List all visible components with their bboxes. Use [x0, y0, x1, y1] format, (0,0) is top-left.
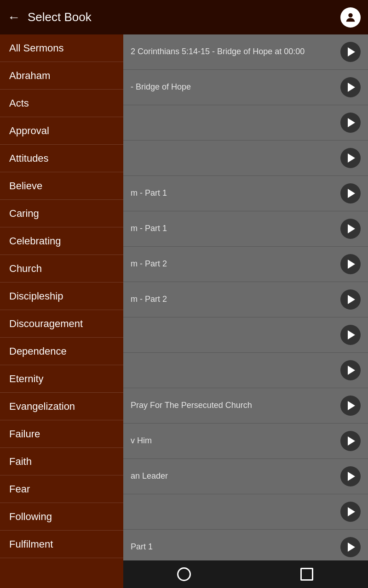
sermon-item-8[interactable] — [123, 317, 368, 353]
sermon-item-4[interactable]: m - Part 1 — [123, 176, 368, 211]
nav-recents-button[interactable] — [288, 560, 325, 588]
play-button-2[interactable] — [340, 113, 361, 133]
play-button-13[interactable] — [340, 502, 361, 522]
sidebar-item-faith[interactable]: Faith — [0, 448, 123, 475]
sidebar-item-abraham[interactable]: Abraham — [0, 62, 123, 90]
sermon-item-6[interactable]: m - Part 2 — [123, 247, 368, 282]
play-button-5[interactable] — [340, 219, 361, 239]
sidebar-item-approval[interactable]: Approval — [0, 117, 123, 145]
sermon-item-5[interactable]: m - Part 1 — [123, 211, 368, 247]
sermon-item-14[interactable]: Part 1 — [123, 530, 368, 565]
sidebar-item-attitudes[interactable]: Attitudes — [0, 145, 123, 172]
sermon-list: 2 Corinthians 5:14-15 - Bridge of Hope a… — [123, 34, 368, 588]
sidebar-item-acts[interactable]: Acts — [0, 90, 123, 117]
sidebar-item-following[interactable]: Following — [0, 503, 123, 531]
page-title: Select Book — [28, 10, 340, 24]
play-button-12[interactable] — [340, 466, 361, 486]
sermon-item-7[interactable]: m - Part 2 — [123, 282, 368, 317]
nav-home-button[interactable] — [166, 560, 202, 588]
play-button-9[interactable] — [340, 360, 361, 380]
sidebar-item-believe[interactable]: Believe — [0, 172, 123, 200]
back-button[interactable]: ← — [7, 11, 20, 24]
sidebar-item-church[interactable]: Church — [0, 255, 123, 283]
sermon-item-9[interactable] — [123, 353, 368, 388]
play-button-4[interactable] — [340, 183, 361, 204]
sidebar-item-all-sermons[interactable]: All Sermons — [0, 34, 123, 62]
sidebar-item-failure[interactable]: Failure — [0, 420, 123, 448]
sidebar-item-fear[interactable]: Fear — [0, 475, 123, 503]
sidebar-item-discouragement[interactable]: Discouragement — [0, 310, 123, 338]
sermon-item-11[interactable]: v Him — [123, 424, 368, 459]
sermon-item-0[interactable]: 2 Corinthians 5:14-15 - Bridge of Hope a… — [123, 34, 368, 70]
content-area: All Sermons Abraham Acts Approval Attitu… — [0, 34, 368, 588]
sidebar-item-dependence[interactable]: Dependence — [0, 338, 123, 365]
sermon-item-12[interactable]: an Leader — [123, 459, 368, 494]
sidebar-item-fulfilment[interactable]: Fulfilment — [0, 531, 123, 558]
sidebar: All Sermons Abraham Acts Approval Attitu… — [0, 34, 123, 588]
play-button-7[interactable] — [340, 289, 361, 310]
play-button-10[interactable] — [340, 396, 361, 416]
sidebar-item-discipleship[interactable]: Discipleship — [0, 283, 123, 310]
sermon-item-3[interactable] — [123, 141, 368, 176]
play-button-1[interactable] — [340, 77, 361, 97]
sermon-item-2[interactable] — [123, 105, 368, 141]
sidebar-item-caring[interactable]: Caring — [0, 200, 123, 227]
sermon-item-1[interactable]: - Bridge of Hope — [123, 70, 368, 105]
play-button-14[interactable] — [340, 537, 361, 557]
sidebar-item-celebrating[interactable]: Celebrating — [0, 227, 123, 255]
profile-icon[interactable] — [340, 7, 361, 28]
svg-point-0 — [348, 13, 352, 17]
sermon-item-13[interactable] — [123, 494, 368, 530]
play-button-0[interactable] — [340, 42, 361, 62]
play-button-6[interactable] — [340, 254, 361, 274]
play-button-8[interactable] — [340, 325, 361, 345]
play-button-3[interactable] — [340, 148, 361, 168]
sermon-item-10[interactable]: Pray For The Persecuted Church — [123, 388, 368, 424]
sidebar-item-evangelization[interactable]: Evangelization — [0, 393, 123, 420]
top-bar: ← Select Book — [0, 0, 368, 34]
play-button-11[interactable] — [340, 431, 361, 451]
sidebar-item-eternity[interactable]: Eternity — [0, 365, 123, 393]
